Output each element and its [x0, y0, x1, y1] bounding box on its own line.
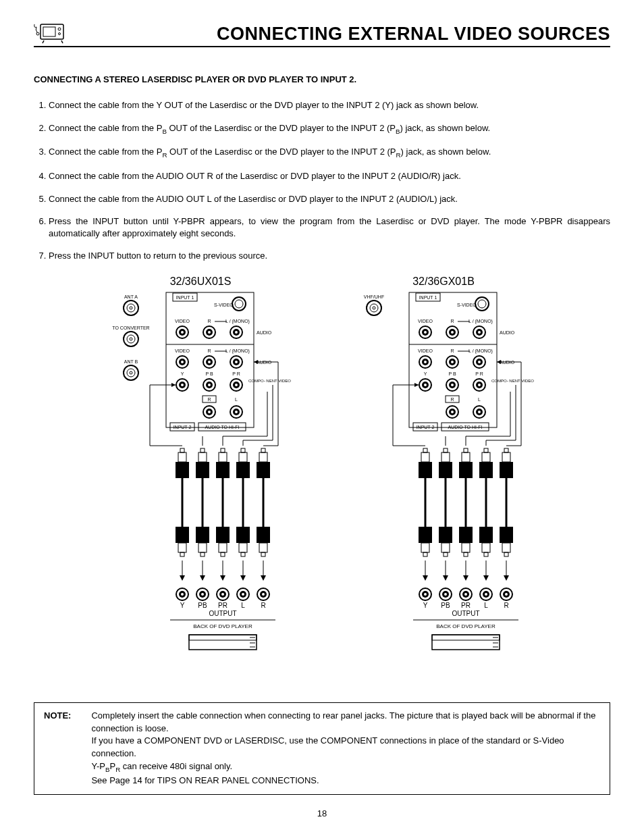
svg-text:AUDIO TO HI-FI: AUDIO TO HI-FI [448, 425, 482, 429]
note-line-2: If you have a COMPONENT DVD or LASERDISC… [91, 735, 600, 760]
step-2: Connect the cable from the PB OUT of the… [49, 122, 610, 136]
page-number: 18 [34, 808, 610, 818]
svg-marker-110 [220, 575, 225, 581]
svg-point-194 [478, 361, 481, 363]
svg-rect-112 [241, 448, 245, 452]
svg-text:Y: Y [180, 602, 185, 609]
svg-text:S-VIDEO: S-VIDEO [214, 303, 234, 307]
svg-text:INPUT 1: INPUT 1 [419, 295, 437, 300]
svg-rect-115 [236, 527, 250, 543]
svg-rect-240 [444, 552, 448, 556]
svg-rect-108 [221, 552, 225, 556]
svg-rect-88 [176, 527, 189, 543]
svg-point-159 [370, 304, 378, 312]
svg-point-23 [235, 300, 243, 308]
svg-marker-242 [443, 575, 448, 581]
svg-rect-258 [484, 552, 488, 556]
svg-point-173 [424, 331, 427, 334]
svg-rect-253 [484, 448, 488, 452]
svg-point-76 [208, 411, 211, 413]
svg-rect-116 [239, 543, 247, 552]
diagrams-row: 32/36UX01S ANT A TO CONVERTER ANT B INPU… [34, 276, 610, 682]
svg-point-203 [424, 384, 427, 386]
svg-text:ANT B: ANT B [124, 359, 138, 364]
step-2-a: Connect the cable from the P [49, 123, 162, 133]
svg-text:L / (MONO): L / (MONO) [225, 319, 250, 324]
svg-text:ANT A: ANT A [124, 294, 138, 299]
connection-diagram-left: ANT A TO CONVERTER ANT B INPUT 1 S-VIDEO… [103, 290, 298, 682]
step-5: Connect the cable from the AUDIO OUT L o… [49, 193, 610, 205]
svg-point-131 [181, 593, 184, 596]
svg-text:VIDEO: VIDEO [175, 348, 190, 353]
note-line-3a: Y-P [91, 761, 105, 771]
svg-text:PB: PB [441, 602, 450, 609]
svg-text:R: R [261, 602, 265, 609]
svg-rect-252 [482, 452, 490, 462]
svg-marker-56 [254, 360, 258, 364]
svg-point-32 [181, 331, 184, 334]
svg-point-143 [262, 593, 265, 596]
svg-point-2 [58, 28, 61, 30]
svg-rect-247 [459, 527, 473, 543]
svg-rect-126 [261, 552, 265, 556]
svg-rect-254 [479, 462, 493, 478]
svg-text:INPUT 1: INPUT 1 [176, 295, 194, 300]
svg-point-165 [478, 300, 486, 308]
connection-diagram-right: VHF/UHF INPUT 1 S-VIDEO VIDEO R L / (MON… [346, 290, 541, 682]
svg-text:BACK OF DVD PLAYER: BACK OF DVD PLAYER [436, 623, 495, 629]
svg-text:R: R [207, 348, 211, 353]
svg-point-160 [373, 307, 375, 309]
note-body: Completely insert the cable connection w… [91, 710, 600, 787]
svg-rect-95 [196, 462, 209, 478]
svg-text:P R: P R [475, 371, 483, 376]
svg-marker-101 [200, 575, 205, 581]
svg-point-164 [475, 297, 489, 311]
svg-point-65 [208, 384, 211, 386]
svg-marker-233 [423, 575, 428, 581]
section-heading: CONNECTING A STEREO LASERDISC PLAYER OR … [34, 74, 610, 84]
step-7: Press the INPUT button to return to the … [49, 250, 610, 262]
svg-marker-92 [180, 575, 185, 581]
diagram-right: 32/36GX01B VHF/UHF INPUT 1 S-VIDEO VIDEO… [342, 276, 545, 682]
step-1: Connect the cable from the Y OUT of the … [49, 99, 610, 111]
svg-rect-265 [500, 527, 513, 543]
svg-rect-249 [464, 552, 468, 556]
svg-text:P B: P B [205, 371, 213, 376]
svg-rect-113 [236, 462, 250, 478]
svg-text:BACK OF DVD PLAYER: BACK OF DVD PLAYER [193, 623, 252, 629]
svg-point-3 [59, 33, 61, 35]
svg-text:R: R [504, 602, 508, 609]
svg-rect-234 [441, 452, 450, 462]
svg-rect-261 [502, 452, 510, 462]
svg-point-209 [478, 384, 481, 386]
svg-marker-269 [504, 575, 509, 581]
svg-rect-120 [259, 452, 267, 462]
svg-rect-124 [257, 527, 270, 543]
svg-text:AUDIO: AUDIO [500, 330, 515, 335]
svg-point-217 [451, 411, 454, 413]
svg-point-8 [124, 301, 138, 315]
svg-point-22 [232, 297, 246, 311]
svg-text:P B: P B [448, 371, 456, 376]
tv-icon [34, 20, 68, 45]
step-3: Connect the cable from the PR OUT of the… [49, 146, 610, 159]
svg-marker-128 [261, 575, 266, 581]
svg-text:PB: PB [198, 602, 207, 609]
note-line-3b: P [109, 761, 115, 771]
svg-text:R: R [450, 319, 454, 323]
svg-rect-106 [216, 527, 230, 543]
note-line-3: Y-PBPR can receive 480i signal only. [91, 760, 600, 775]
svg-rect-93 [198, 452, 207, 462]
svg-rect-256 [479, 527, 493, 543]
step-3-b: OUT of the Laserdisc or the DVD player t… [167, 147, 396, 157]
svg-point-6 [36, 32, 39, 35]
svg-text:TO CONVERTER: TO CONVERTER [112, 325, 149, 330]
svg-rect-84 [178, 452, 186, 462]
svg-point-50 [208, 361, 211, 363]
svg-rect-262 [504, 448, 508, 452]
svg-point-191 [451, 361, 454, 363]
svg-rect-104 [216, 462, 230, 478]
diagram-left: 32/36UX01S ANT A TO CONVERTER ANT B INPU… [99, 276, 302, 682]
svg-rect-230 [421, 543, 429, 552]
svg-text:PR: PR [461, 602, 471, 609]
